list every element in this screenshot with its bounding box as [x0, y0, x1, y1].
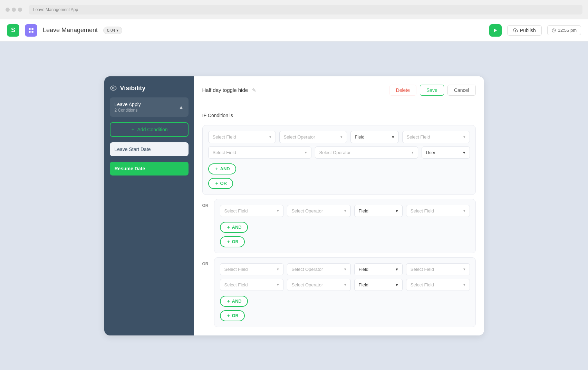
- add-condition-button[interactable]: ＋ Add Condition: [110, 122, 189, 137]
- select-type-2-1[interactable]: Field ▾: [354, 205, 403, 217]
- version-text: 0.04: [107, 28, 115, 33]
- or-icon: ＋: [226, 239, 231, 245]
- plus-icon: ＋: [131, 126, 135, 133]
- sidebar-title-text: Visibility: [120, 85, 146, 92]
- or-icon: ＋: [214, 180, 219, 187]
- and-button-3[interactable]: ＋ AND: [220, 296, 248, 307]
- select-operator-1-2-label: Select Operator: [319, 150, 351, 155]
- logo-letter: S: [11, 27, 15, 34]
- select-type-3-2[interactable]: Field ▾: [354, 279, 403, 291]
- and-icon: ＋: [226, 298, 231, 304]
- chevron-down-icon: ▾: [463, 267, 465, 272]
- select-type-1-1[interactable]: Field ▾: [350, 131, 399, 143]
- close-dot: [6, 8, 10, 12]
- section-info: Leave Apply 2 Conditions: [115, 102, 141, 113]
- chevron-down-icon: ▾: [392, 134, 394, 140]
- chevron-down-icon: ▾: [396, 282, 398, 287]
- chevron-down-icon: ▾: [305, 150, 307, 155]
- condition-row-1-2: Select Field ▾ Select Operator ▾ User ▾: [208, 146, 470, 159]
- sidebar: Visibility Leave Apply 2 Conditions ▲ ＋ …: [104, 76, 194, 335]
- eye-icon: [110, 85, 117, 92]
- version-badge[interactable]: 0.04 ▾: [103, 27, 122, 34]
- sidebar-item-resume-date[interactable]: Resume Date: [110, 162, 189, 175]
- section-title: Leave Apply: [115, 102, 141, 107]
- if-condition-label: IF Condition is: [202, 113, 476, 118]
- right-panel: Half day toggle hide ✎ Delete Save Cance…: [194, 76, 484, 335]
- cancel-button[interactable]: Cancel: [447, 85, 476, 96]
- chevron-down-icon: ▾: [269, 135, 271, 139]
- grid-icon: [28, 27, 34, 34]
- select-field-value-3-1[interactable]: Select Field ▾: [406, 263, 470, 275]
- panel-title: Half day toggle hide: [202, 87, 248, 93]
- publish-button[interactable]: Publish: [507, 25, 542, 36]
- select-field-1-2-label: Select Field: [213, 150, 236, 155]
- select-field-value-3-2[interactable]: Select Field ▾: [406, 279, 470, 291]
- and-label: AND: [232, 298, 242, 304]
- condition-row-3-2: Select Field ▾ Select Operator ▾ Field ▾: [220, 279, 470, 291]
- time-display: 12:55 pm: [547, 25, 581, 35]
- select-field-value-2-1-label: Select Field: [411, 208, 434, 214]
- chevron-up-icon: ▲: [179, 104, 184, 110]
- sidebar-item-leave-start-date[interactable]: Leave Start Date: [110, 142, 189, 156]
- delete-button[interactable]: Delete: [389, 85, 416, 96]
- select-operator-2-1[interactable]: Select Operator ▾: [287, 205, 351, 217]
- and-button-2[interactable]: ＋ AND: [220, 222, 248, 233]
- chevron-down-icon: ▾: [463, 135, 465, 139]
- and-label: AND: [220, 166, 230, 171]
- chevron-down-icon: ▾: [344, 267, 346, 272]
- panel-actions: Delete Save Cancel: [389, 85, 476, 96]
- and-label: AND: [232, 225, 242, 230]
- play-icon: [493, 28, 498, 33]
- or-button-3[interactable]: ＋ OR: [220, 310, 245, 321]
- select-operator-3-1[interactable]: Select Operator ▾: [287, 263, 351, 275]
- condition-groups: Select Field ▾ Select Operator ▾ Field ▾: [202, 125, 476, 327]
- sidebar-item-label: Leave Start Date: [115, 146, 151, 152]
- sidebar-item-active-label: Resume Date: [115, 166, 145, 171]
- section-subtitle: 2 Conditions: [115, 108, 141, 113]
- minimize-dot: [12, 8, 16, 12]
- chevron-down-icon: ▾: [463, 209, 465, 213]
- edit-icon[interactable]: ✎: [252, 87, 256, 93]
- select-operator-3-2[interactable]: Select Operator ▾: [287, 279, 351, 291]
- svg-point-7: [112, 87, 114, 89]
- select-field-2-1[interactable]: Select Field ▾: [220, 205, 284, 217]
- chevron-down-icon: ▾: [344, 283, 346, 287]
- select-field-2-1-label: Select Field: [224, 208, 248, 214]
- chevron-down-icon: ▾: [412, 150, 414, 155]
- select-field-3-2[interactable]: Select Field ▾: [220, 279, 284, 291]
- condition-group-1: Select Field ▾ Select Operator ▾ Field ▾: [202, 125, 476, 195]
- select-type-3-2-label: Field: [359, 282, 368, 287]
- time-text: 12:55 pm: [558, 28, 577, 33]
- select-type-1-2[interactable]: User ▾: [422, 146, 470, 159]
- or-icon: ＋: [226, 313, 231, 319]
- title-bar: Leave Management App: [0, 0, 588, 19]
- select-field-value-1-1[interactable]: Select Field ▾: [402, 131, 470, 143]
- or-button-1[interactable]: ＋ OR: [208, 178, 233, 189]
- condition-row-1-1: Select Field ▾ Select Operator ▾ Field ▾: [208, 131, 470, 143]
- select-field-value-3-2-label: Select Field: [411, 282, 434, 287]
- chevron-down-icon: ▾: [340, 135, 343, 139]
- select-field-value-1-1-label: Select Field: [407, 134, 430, 140]
- select-operator-1-1[interactable]: Select Operator ▾: [279, 131, 347, 143]
- select-field-1-1[interactable]: Select Field ▾: [208, 131, 276, 143]
- select-field-1-2[interactable]: Select Field ▾: [208, 146, 311, 159]
- select-type-3-1[interactable]: Field ▾: [354, 263, 403, 275]
- select-operator-1-1-label: Select Operator: [284, 134, 315, 140]
- condition-group-2: Select Field ▾ Select Operator ▾ Field ▾: [214, 199, 476, 253]
- condition-group-3: Select Field ▾ Select Operator ▾ Field ▾: [214, 257, 476, 327]
- or-label: OR: [232, 239, 239, 244]
- or-button-2[interactable]: ＋ OR: [220, 236, 245, 247]
- select-operator-1-2[interactable]: Select Operator ▾: [315, 146, 418, 159]
- select-field-3-1[interactable]: Select Field ▾: [220, 263, 284, 275]
- select-field-3-2-label: Select Field: [224, 282, 248, 287]
- chevron-down-icon: ▾: [277, 209, 279, 213]
- play-button[interactable]: [489, 24, 502, 37]
- chevron-down-icon: ▾: [463, 283, 465, 287]
- app-title: Leave Management: [43, 27, 98, 34]
- chevron-down-icon: ▾: [344, 209, 346, 213]
- condition-row-3-1: Select Field ▾ Select Operator ▾ Field ▾: [220, 263, 470, 275]
- select-field-value-2-1[interactable]: Select Field ▾: [406, 205, 470, 217]
- leave-apply-section[interactable]: Leave Apply 2 Conditions ▲: [110, 97, 189, 117]
- and-button-1[interactable]: ＋ AND: [208, 163, 236, 174]
- save-button[interactable]: Save: [420, 85, 444, 96]
